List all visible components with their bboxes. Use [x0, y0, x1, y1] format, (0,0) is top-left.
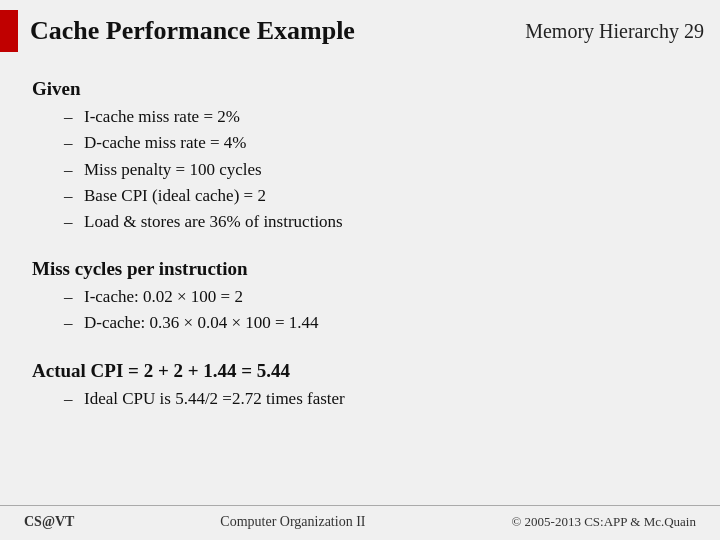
slide-header: Cache Performance Example Memory Hierarc… [0, 0, 720, 60]
list-item: I-cache: 0.02 × 100 = 2 [64, 284, 688, 310]
list-item: Load & stores are 36% of instructions [64, 209, 688, 235]
actual-cpi-section: Actual CPI = 2 + 2 + 1.44 = 5.44 Ideal C… [32, 354, 688, 422]
miss-cycles-bullets: I-cache: 0.02 × 100 = 2 D-cache: 0.36 × … [64, 284, 688, 337]
slide-title: Cache Performance Example [30, 16, 525, 46]
list-item: D-cache miss rate = 4% [64, 130, 688, 156]
slide-subtitle: Memory Hierarchy 29 [525, 20, 704, 43]
list-item: Miss penalty = 100 cycles [64, 157, 688, 183]
given-bullets: I-cache miss rate = 2% D-cache miss rate… [64, 104, 688, 236]
list-item: Base CPI (ideal cache) = 2 [64, 183, 688, 209]
footer-right: © 2005-2013 CS:APP & Mc.Quain [511, 514, 696, 530]
given-section: Given I-cache miss rate = 2% D-cache mis… [32, 74, 688, 246]
miss-cycles-section: Miss cycles per instruction I-cache: 0.0… [32, 254, 688, 347]
slide: Cache Performance Example Memory Hierarc… [0, 0, 720, 540]
red-bar-accent [0, 10, 18, 52]
list-item: I-cache miss rate = 2% [64, 104, 688, 130]
list-item: D-cache: 0.36 × 0.04 × 100 = 1.44 [64, 310, 688, 336]
slide-footer: CS@VT Computer Organization II © 2005-20… [0, 505, 720, 540]
footer-left: CS@VT [24, 514, 74, 530]
list-item: Ideal CPU is 5.44/2 =2.72 times faster [64, 386, 688, 412]
actual-cpi-label: Actual CPI = 2 + 2 + 1.44 = 5.44 [32, 360, 688, 382]
miss-cycles-title: Miss cycles per instruction [32, 258, 688, 280]
footer-center: Computer Organization II [220, 514, 365, 530]
given-title: Given [32, 78, 688, 100]
slide-content: Given I-cache miss rate = 2% D-cache mis… [0, 60, 720, 505]
actual-cpi-bullets: Ideal CPU is 5.44/2 =2.72 times faster [64, 386, 688, 412]
